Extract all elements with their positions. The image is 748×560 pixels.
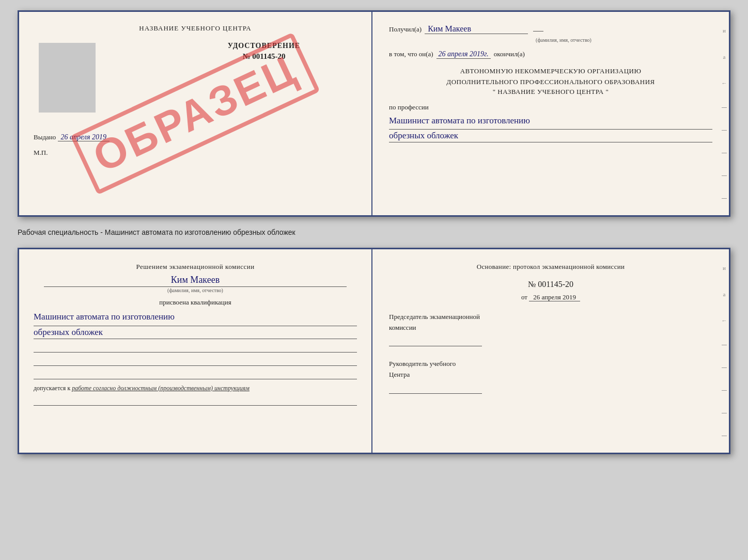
blank-line-bottom bbox=[34, 396, 357, 406]
blank-line-1 bbox=[34, 343, 357, 353]
cert-number: № 001145-20 bbox=[171, 52, 357, 61]
rukovoditel-label: Руководитель учебного bbox=[389, 359, 712, 370]
side-dash-2 bbox=[722, 130, 727, 131]
doc2-name: Ким Макеев bbox=[34, 275, 357, 285]
received-line: Получил(а) Ким Макеев bbox=[389, 24, 712, 34]
vtom-line: в том, что он(а) 26 апреля 2019г. окончи… bbox=[389, 50, 712, 59]
side-dash-7 bbox=[722, 367, 727, 368]
side-dash-4 bbox=[722, 175, 727, 176]
blank-line-3 bbox=[34, 370, 357, 379]
doc2-left-page: Решением экзаменационной комиссии Ким Ма… bbox=[19, 249, 372, 453]
received-label: Получил(а) bbox=[389, 25, 422, 34]
cert-title: УДОСТОВЕРЕНИЕ bbox=[171, 42, 357, 50]
dopusk-label: допускается к bbox=[34, 385, 70, 392]
chairman-block: Председатель экзаменационной комиссии bbox=[389, 312, 712, 347]
side-dash-9 bbox=[722, 413, 727, 413]
ot-date-block: от 26 апреля 2019 bbox=[389, 293, 712, 301]
side-dash-5 bbox=[722, 198, 727, 199]
rukovoditel-label2: Центра bbox=[389, 370, 712, 380]
side-decoration-doc1: и а ← bbox=[720, 12, 729, 215]
profession-label: по профессии bbox=[389, 103, 712, 111]
between-label: Рабочая специальность - Машинист автомат… bbox=[18, 225, 730, 239]
prisvoyena-label: присвоена квалификация bbox=[34, 298, 357, 307]
protocol-number: № 001145-20 bbox=[389, 280, 712, 289]
profession-line1: Машинист автомата по изготовлению bbox=[389, 114, 712, 130]
rukovoditel-block: Руководитель учебного Центра bbox=[389, 359, 712, 394]
side-dash-6 bbox=[722, 345, 727, 345]
rukovoditel-sign-line bbox=[389, 382, 482, 394]
dopusk-block: допускается к работе согласно должностны… bbox=[34, 385, 357, 392]
document-2: Решением экзаменационной комиссии Ким Ма… bbox=[18, 248, 730, 454]
side-a: а bbox=[723, 54, 726, 60]
doc1-left-page: НАЗВАНИЕ УЧЕБНОГО ЦЕНТРА УДОСТОВЕРЕНИЕ №… bbox=[19, 12, 372, 215]
photo-placeholder bbox=[39, 43, 96, 113]
org-block: АВТОНОМНУЮ НЕКОММЕРЧЕСКУЮ ОРГАНИЗАЦИЮ ДО… bbox=[389, 66, 712, 96]
issued-date-value: 26 апреля 2019 bbox=[58, 133, 110, 141]
side-dash-1 bbox=[722, 107, 727, 108]
dash-after-name bbox=[533, 31, 543, 31]
document-1: НАЗВАНИЕ УЧЕБНОГО ЦЕНТРА УДОСТОВЕРЕНИЕ №… bbox=[18, 10, 730, 217]
side-i-2: и bbox=[723, 265, 726, 271]
ot-label: от bbox=[521, 293, 527, 301]
decision-title: Решением экзаменационной комиссии bbox=[34, 262, 357, 273]
side-a-2: а bbox=[723, 291, 726, 297]
mp-label: М.П. bbox=[34, 149, 357, 157]
ot-date-value: 26 апреля 2019 bbox=[529, 293, 580, 301]
vtom-label: в том, что он(а) bbox=[389, 50, 433, 58]
side-arrow: ← bbox=[722, 80, 727, 86]
issued-label: Выдано bbox=[34, 133, 56, 141]
chairman-label2: комиссии bbox=[389, 323, 712, 333]
okonchil-label: окончил(а) bbox=[494, 50, 525, 58]
side-arrow-2: ← bbox=[722, 317, 727, 324]
side-i: и bbox=[723, 27, 726, 34]
org-name: " НАЗВАНИЕ УЧЕБНОГО ЦЕНТРА " bbox=[389, 88, 712, 96]
qualification-line1: Машинист автомата по изготовлению bbox=[34, 310, 357, 326]
side-decoration-doc2: и а ← bbox=[720, 249, 729, 453]
issued-date-block: Выдано 26 апреля 2019 bbox=[34, 133, 357, 141]
chairman-label: Председатель экзаменационной bbox=[389, 312, 712, 323]
org-line2: ДОПОЛНИТЕЛЬНОГО ПРОФЕССИОНАЛЬНОГО ОБРАЗО… bbox=[389, 77, 712, 88]
qualification-line2: обрезных обложек bbox=[34, 327, 357, 339]
doc1-right-page: Получил(а) Ким Макеев (фамилия, имя, отч… bbox=[372, 12, 729, 215]
received-name: Ким Макеев bbox=[425, 24, 528, 34]
org-line1: АВТОНОМНУЮ НЕКОММЕРЧЕСКУЮ ОРГАНИЗАЦИЮ bbox=[389, 66, 712, 77]
training-center-title-top: НАЗВАНИЕ УЧЕБНОГО ЦЕНТРА bbox=[34, 24, 357, 33]
profession-line2: обрезных обложек bbox=[389, 131, 712, 142]
vtom-date: 26 апреля 2019г. bbox=[437, 50, 491, 59]
side-dash-3 bbox=[722, 153, 727, 153]
doc2-right-page: Основание: протокол экзаменационной коми… bbox=[372, 249, 729, 453]
blank-line-2 bbox=[34, 357, 357, 366]
chairman-sign-line bbox=[389, 335, 482, 346]
doc2-fio-label: (фамилия, имя, отчество) bbox=[44, 286, 347, 293]
dopusk-text: работе согласно должностным (производств… bbox=[72, 385, 250, 392]
side-dash-8 bbox=[722, 390, 727, 391]
side-dash-10 bbox=[722, 436, 727, 436]
fio-subtitle: (фамилия, имя, отчество) bbox=[415, 37, 712, 43]
osnovaniye-label: Основание: протокол экзаменационной коми… bbox=[389, 262, 712, 273]
